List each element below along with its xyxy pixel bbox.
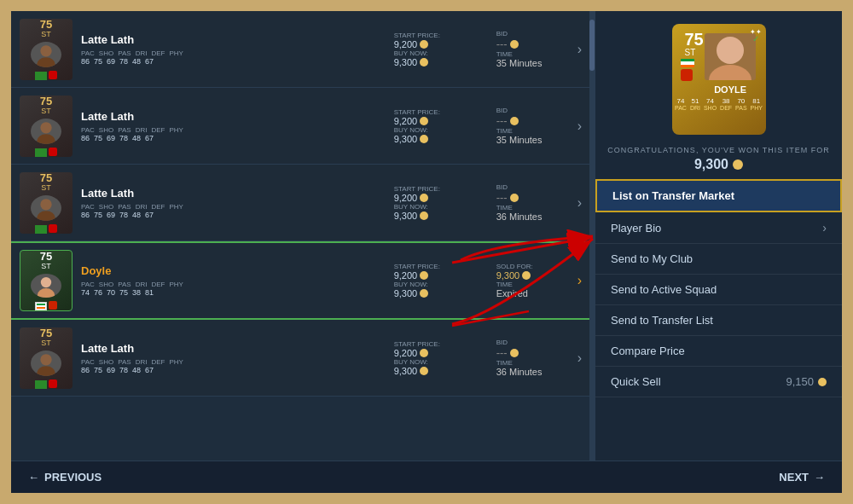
player-name: Latte Lath [81,342,390,355]
auction-list: 75 ST Latte Lath PAC SHO PAS [11,11,595,461]
next-button[interactable]: NEXT → [779,471,825,484]
item-arrow[interactable]: › [573,119,586,134]
svg-point-7 [38,288,55,298]
menu-item-send-club[interactable]: Send to My Club [595,244,842,275]
menu-item-label: Send to Active Squad [611,283,717,296]
item-arrow[interactable]: › [573,350,586,366]
bottom-navigation: ← PREVIOUS NEXT → [11,461,842,493]
coin-icon [510,40,519,49]
featured-stats: 74PAC 51DRI 74SHO 38DEF 70PAS 81PHY [675,97,763,111]
svg-point-6 [41,277,51,287]
player-name: Doyle [81,264,390,277]
coin-icon [420,117,428,125]
item-arrow[interactable]: › [573,42,586,57]
featured-position: ST [681,48,704,57]
stats-values: 86 75 69 78 48 67 [81,366,390,374]
player-name: Latte Lath [81,110,390,123]
player-info: Latte Lath PAC SHO PAS DRI DEF PHY 86 75… [81,33,394,66]
auction-prices: START PRICE: 9,200 BUY NOW: 9,300 [394,32,479,67]
coin-icon [510,117,519,125]
next-label: NEXT [779,471,809,484]
auction-item[interactable]: 75 ST Latte Lath PAC SHO PAS [11,165,595,241]
player-card-mini: 75 ST [20,96,73,157]
player-avatar [31,42,61,67]
svg-point-11 [709,65,751,80]
content-area: 75 ST Latte Lath PAC SHO PAS [11,11,842,461]
coin-icon [420,211,428,220]
player-flag [35,72,47,80]
menu-item-send-squad[interactable]: Send to Active Squad [595,275,842,305]
item-arrow[interactable]: › [573,273,586,288]
player-info: Latte Lath PAC SHO PAS DRI DEF PHY 86 75… [81,110,394,142]
auction-bid: BID --- TIME 35 Minutes [496,107,573,145]
featured-flag [681,59,694,67]
scroll-thumb[interactable] [589,20,595,71]
player-avatar [31,350,61,376]
auction-sold: SOLD FOR: 9,300 TIME Expired [496,263,573,298]
scrollbar[interactable] [589,11,595,461]
won-text: CONGRATULATIONS, YOU'VE WON THIS ITEM FO… [604,146,833,154]
player-info: Latte Lath PAC SHO PAS DRI DEF PHY 86 75… [81,342,394,374]
auction-item-doyle[interactable]: 75 ST Doyle PAC [11,241,595,320]
coin-icon [420,271,428,280]
coin-icon [522,271,531,280]
svg-point-8 [40,354,51,365]
menu-item-label: Send to Transfer List [611,314,713,327]
auction-prices: START PRICE: 9,200 BUY NOW: 9,300 [394,108,479,144]
player-name: Latte Lath [81,33,390,46]
quick-sell-value: 9,150 [786,375,827,388]
menu-item-quick-sell[interactable]: Quick Sell 9,150 [595,367,842,397]
auction-bid: BID --- TIME 35 Minutes [496,30,573,68]
club-badge [49,71,57,79]
player-flag [35,380,47,389]
player-card-mini: 75 ST [20,19,73,80]
svg-point-1 [37,57,55,67]
card-rating: 75 [40,96,52,107]
auction-item[interactable]: 75 ST Latte Lath PAC SHO PAS [11,88,595,165]
menu-item-compare[interactable]: Compare Price [595,336,842,367]
club-badge [49,224,57,233]
menu-item-label: Compare Price [611,345,685,357]
item-arrow[interactable]: › [573,195,586,211]
stats-values: 86 75 69 78 48 67 [81,134,390,142]
auction-item[interactable]: 75 ST Latte Lath PAC SHO PAS [11,11,595,88]
featured-club [681,69,693,81]
coin-icon [420,40,428,49]
stats-labels: PAC SHO PAS DRI DEF PHY [81,126,390,134]
club-badge [49,379,57,388]
auction-item[interactable]: 75 ST Latte Lath PAC SHO PAS [11,320,595,397]
card-position: ST [41,30,51,38]
card-position: ST [41,107,51,115]
card-position: ST [41,183,51,192]
coin-icon [420,367,428,375]
featured-player-card: ✦✦ ✓ 75 ST DOYLE [672,24,766,135]
player-flag [35,225,47,234]
svg-point-5 [37,211,55,221]
card-rating: 75 [40,327,52,339]
auction-bid: BID --- TIME 36 Minutes [496,339,573,377]
right-panel: ✦✦ ✓ 75 ST DOYLE [595,11,842,461]
menu-item-list[interactable]: List on Transfer Market [595,179,842,212]
menu-item-label: List on Transfer Market [612,189,734,202]
featured-rating: 75 [681,31,704,48]
card-rating: 75 [40,251,52,262]
menu-items: List on Transfer Market Player Bio › Sen… [595,179,842,461]
arrow-right-icon: → [814,471,825,484]
auction-prices: START PRICE: 9,200 BUY NOW: 9,300 [394,185,479,221]
previous-label: PREVIOUS [44,471,102,484]
previous-button[interactable]: ← PREVIOUS [28,471,102,484]
menu-item-bio[interactable]: Player Bio › [595,212,842,244]
svg-point-2 [40,122,51,133]
player-avatar [31,119,61,144]
card-rating: 75 [40,172,52,183]
stats-values: 86 75 69 78 48 67 [81,211,390,219]
stats-labels: PAC SHO PAS DRI DEF PHY [81,49,390,57]
player-info: Doyle PAC SHO PAS DRI DEF PHY 74 76 70 7… [81,264,394,297]
card-rating: 75 [40,19,52,30]
svg-point-4 [40,199,51,210]
svg-point-9 [37,366,55,376]
menu-item-transfer-list[interactable]: Send to Transfer List [595,305,842,336]
player-card-mini: 75 ST [20,250,73,311]
coin-icon [420,135,428,143]
menu-item-label: Send to My Club [611,252,693,265]
